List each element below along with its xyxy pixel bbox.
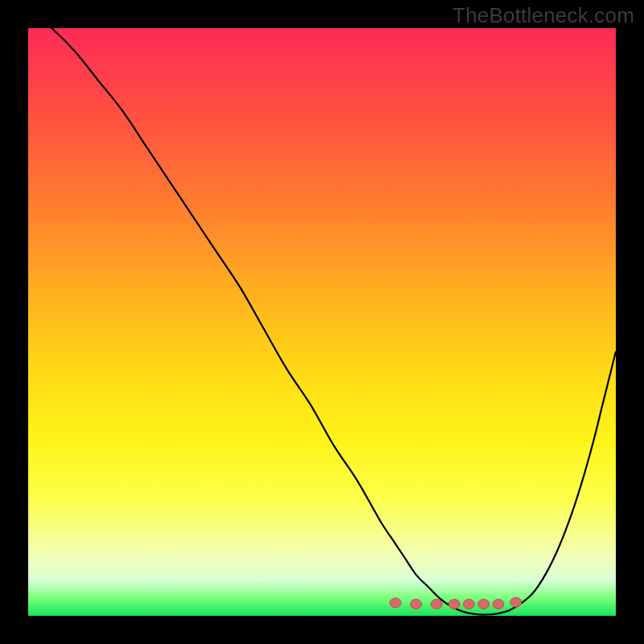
- optimum-marker: [390, 598, 401, 608]
- optimum-marker: [478, 599, 489, 609]
- plot-area: [28, 28, 616, 616]
- optimum-marker: [448, 599, 460, 609]
- bottleneck-curve: [28, 10, 616, 614]
- optimum-marker: [411, 599, 422, 609]
- optimum-marker: [510, 597, 522, 607]
- curve-svg: [28, 28, 616, 616]
- optimum-marker: [464, 599, 475, 609]
- marker-group: [390, 597, 522, 609]
- optimum-marker: [431, 599, 442, 609]
- chart-frame: TheBottleneck.com: [0, 0, 644, 644]
- optimum-marker: [493, 599, 504, 609]
- watermark-text: TheBottleneck.com: [452, 3, 634, 28]
